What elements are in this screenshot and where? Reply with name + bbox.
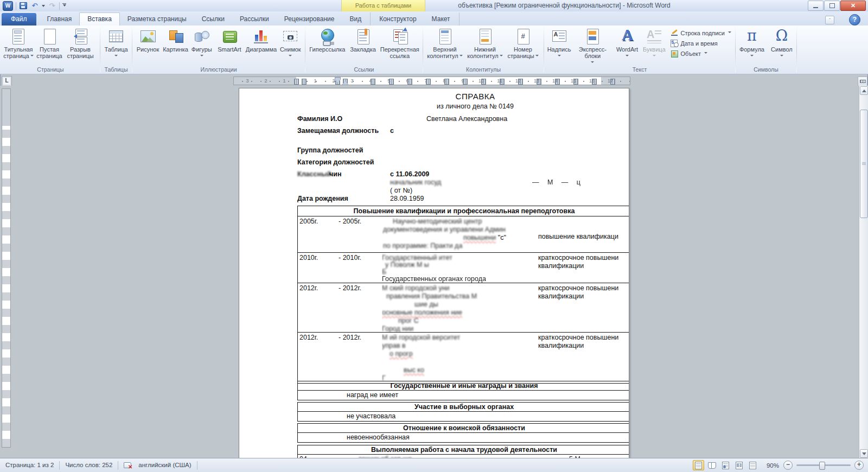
- signature-line-icon: [671, 29, 679, 37]
- undo-button[interactable]: ↶: [30, 2, 39, 10]
- word-logo-icon[interactable]: W: [3, 1, 13, 11]
- date-time-button[interactable]: 5 Дата и время: [671, 39, 731, 47]
- tab-insert[interactable]: Вставка: [79, 12, 120, 25]
- tab-page-layout[interactable]: Разметка страницы: [120, 13, 194, 25]
- zoom-level[interactable]: 90%: [761, 462, 779, 469]
- page-break-button[interactable]: Разрыв страницы: [65, 27, 96, 66]
- chart-button[interactable]: Диаграмма: [245, 27, 278, 66]
- view-ruler-toggle-button[interactable]: [858, 76, 867, 86]
- screenshot-button[interactable]: Снимок: [278, 27, 303, 66]
- tab-home[interactable]: Главная: [40, 13, 80, 25]
- table-button[interactable]: Таблица: [102, 27, 130, 66]
- vertical-scrollbar[interactable]: [859, 86, 868, 458]
- cell-organization: Научно-методический центр документоведен…: [382, 216, 538, 252]
- table-row: 2010г. - 2010г. Государственный итет у П…: [298, 253, 629, 283]
- shapes-button[interactable]: Фигуры: [189, 27, 214, 66]
- ruler-number: 17: [607, 78, 614, 84]
- help-button[interactable]: ?: [849, 14, 860, 25]
- header-button[interactable]: Верхний колонтитул: [425, 27, 465, 66]
- horizontal-ruler[interactable]: 3 2 1 1 2 3 4 5 6 7 8 9 10 11 12 13 14 1…: [233, 76, 630, 85]
- table-column-marker[interactable]: [302, 79, 307, 85]
- bookmark-button[interactable]: Закладка: [348, 27, 379, 66]
- redacted-text: М ский городской уни: [382, 284, 538, 292]
- redacted-text: управ в: [382, 342, 538, 350]
- zoom-in-button[interactable]: +: [854, 461, 864, 470]
- table-column-marker[interactable]: [294, 79, 299, 85]
- cross-reference-button[interactable]: Перекрестная ссылка: [379, 27, 422, 66]
- contextual-tab-group-label: Работа с таблицами: [341, 0, 425, 11]
- tab-review[interactable]: Рецензирование: [277, 13, 342, 25]
- cover-page-icon: [9, 27, 28, 46]
- zoom-out-button[interactable]: −: [783, 461, 793, 470]
- tab-mailings[interactable]: Рассылки: [232, 13, 277, 25]
- picture-button[interactable]: Рисунок: [134, 27, 162, 66]
- group-label-illustrations: Иллюстрации: [132, 66, 305, 74]
- cover-page-button[interactable]: Титульная страница: [3, 27, 34, 66]
- undo-dropdown[interactable]: [42, 5, 45, 9]
- view-outline-button[interactable]: [733, 460, 745, 470]
- close-button[interactable]: ✕: [840, 1, 866, 11]
- section-elections: Участие в выборных органах не участвовал…: [297, 402, 629, 422]
- restore-button[interactable]: [824, 1, 840, 11]
- view-full-screen-reading-button[interactable]: [706, 460, 718, 470]
- redacted-text: по программе: Практи да: [383, 242, 538, 250]
- footer-button[interactable]: Нижний колонтитул: [465, 27, 505, 66]
- redo-button[interactable]: ↷: [48, 2, 56, 10]
- language-indicator[interactable]: английский (США): [133, 461, 196, 470]
- restore-icon: [829, 3, 835, 8]
- section-header: Участие в выборных органах: [298, 403, 629, 412]
- smartart-button[interactable]: SmartArt: [214, 27, 245, 66]
- scrollbar-thumb[interactable]: [860, 110, 868, 218]
- ruler-number: 13: [533, 78, 540, 84]
- ruler-number: 8: [441, 78, 448, 84]
- picture-icon: [139, 27, 157, 46]
- close-icon: ✕: [851, 3, 856, 9]
- quick-parts-button[interactable]: Экспресс-блоки: [572, 27, 613, 66]
- page-number-button[interactable]: # Номер страницы: [505, 27, 541, 66]
- clipart-button[interactable]: Картинка: [162, 27, 189, 66]
- symbol-button[interactable]: Ω Символ: [769, 27, 795, 66]
- tab-view[interactable]: Вид: [342, 13, 369, 25]
- document-area: СПРАВКА из личного дела № 0149 Фамилия И…: [0, 86, 859, 458]
- minimize-button[interactable]: [808, 1, 824, 11]
- wordart-button[interactable]: A WordArt: [613, 27, 642, 66]
- blank-page-button[interactable]: Пустая страница: [34, 27, 65, 66]
- view-print-layout-button[interactable]: [693, 460, 704, 470]
- save-button[interactable]: [19, 2, 28, 10]
- view-draft-button[interactable]: [747, 460, 758, 470]
- object-button[interactable]: Объект: [671, 49, 731, 58]
- zoom-slider[interactable]: [796, 464, 851, 466]
- redacted-text: шие ды: [414, 301, 538, 309]
- document-page[interactable]: СПРАВКА из личного дела № 0149 Фамилия И…: [239, 88, 629, 458]
- page-indicator[interactable]: Страница: 1 из 2: [0, 461, 59, 470]
- cell-fragment: "с": [498, 234, 506, 241]
- divider: [59, 2, 60, 10]
- tab-file[interactable]: Файл: [2, 13, 36, 25]
- view-web-layout-button[interactable]: [720, 460, 731, 470]
- minimize-ribbon-button[interactable]: ˆ: [825, 16, 834, 24]
- cell-result: краткосрочное повышени квалификации: [538, 283, 629, 332]
- redacted-text: выс ко: [404, 366, 538, 374]
- field-note: ( от №): [390, 187, 412, 194]
- doc-title: СПРАВКА: [297, 92, 629, 101]
- doc-subtitle: из личного дела № 0149: [297, 103, 629, 110]
- textbox-button[interactable]: A Надпись: [546, 27, 572, 66]
- tab-table-design[interactable]: Конструктор: [372, 13, 424, 25]
- cell-year-from: 2010г.: [298, 253, 337, 283]
- scroll-up-button[interactable]: [860, 86, 868, 95]
- tab-table-layout[interactable]: Макет: [424, 13, 458, 25]
- signature-line-button[interactable]: Строка подписи: [671, 29, 731, 37]
- vertical-ruler[interactable]: [2, 88, 11, 448]
- qualification-table: Повышение квалификации и профессиональна…: [297, 206, 629, 384]
- tab-references[interactable]: Ссылки: [194, 13, 232, 25]
- word-count[interactable]: Число слов: 252: [60, 461, 118, 470]
- cell-year-to: - 2012г.: [337, 333, 382, 383]
- customize-qat-button[interactable]: [62, 3, 66, 8]
- spellcheck-icon[interactable]: ✕: [124, 462, 132, 469]
- scroll-down-button[interactable]: [860, 449, 868, 458]
- tab-stop-selector[interactable]: L: [2, 76, 12, 86]
- zoom-slider-thumb[interactable]: [819, 462, 825, 470]
- hyperlink-button[interactable]: Гиперссылка: [307, 27, 348, 66]
- group-label-pages: Страницы: [1, 66, 100, 74]
- equation-button[interactable]: π Формула: [737, 27, 767, 66]
